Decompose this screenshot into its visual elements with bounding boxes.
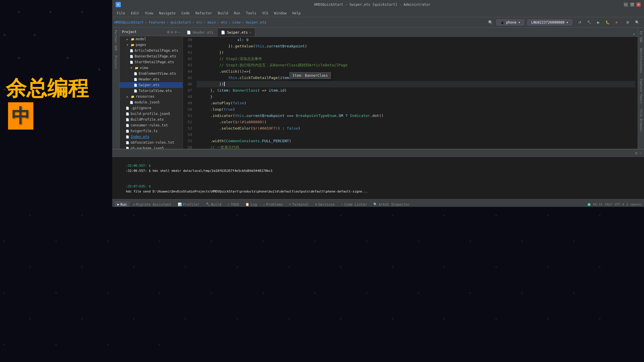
menu-vcs[interactable]: VCS	[260, 11, 271, 16]
tree-item-label: model	[136, 37, 146, 41]
file-icon: 📄	[125, 123, 129, 127]
menu-file[interactable]: File	[114, 11, 127, 16]
tab-swiper-ets[interactable]: 📄 Swiper.ets ✕	[217, 28, 255, 36]
menu-run[interactable]: Run	[232, 11, 242, 16]
tree-item-label: Header.ets	[139, 77, 159, 81]
settings-button[interactable]: ⚙	[624, 20, 632, 25]
tree-item-header-ets[interactable]: 📄 Header.ets	[120, 76, 183, 82]
tab-header-ets[interactable]: 📄 Header.ets	[183, 28, 217, 36]
breadcrumb-quickstart[interactable]: quickstart	[170, 20, 191, 24]
breadcrumb-features[interactable]: features	[149, 20, 165, 24]
refresh-button[interactable]: ↺	[576, 20, 584, 25]
notifications-panel[interactable]: Notifications	[638, 46, 644, 75]
menu-tools[interactable]: Tools	[244, 11, 259, 16]
tree-item-label: hvigorfile.ts	[131, 129, 158, 133]
tree-item-buildprofile-ets[interactable]: 📄 BuildProfile.ets	[120, 117, 183, 122]
tree-item-index-ets[interactable]: 📄 Index.ets	[120, 134, 183, 140]
tree-item-module-json[interactable]: 📄 module.json5	[120, 99, 183, 105]
tree-item-label: TutorialView.ets	[139, 89, 172, 93]
menu-code[interactable]: Code	[179, 11, 192, 16]
expand-arrow-icon: ▶	[125, 95, 129, 99]
menu-build[interactable]: Build	[215, 11, 230, 16]
terminal-area: ⚙ — :32:06:557: $ :32:06:557: $ hdc shel…	[112, 149, 644, 199]
search-button[interactable]: 🔍	[486, 20, 495, 25]
folder-icon: 📁	[131, 37, 135, 41]
tree-item-gitignore[interactable]: 📄 .gitignore	[120, 105, 183, 111]
tree-locate-icon[interactable]: ⊙	[174, 30, 177, 34]
breadcrumb-swiper-ets[interactable]: Swiper.ets	[246, 20, 266, 24]
panel-buttons: ⚙ 🔍	[624, 20, 642, 25]
services-tab-icon: ⚙	[315, 203, 317, 206]
feature-tours-panel[interactable]: Feature Tours	[638, 76, 644, 106]
stop-button[interactable]: ■	[613, 20, 620, 25]
menu-navigate[interactable]: Navigate	[157, 11, 178, 16]
partner-sdk-panel[interactable]: Partner SDK	[113, 28, 119, 53]
breadcrumb-ets[interactable]: ets	[221, 20, 227, 24]
terminal-minimize-icon[interactable]: —	[640, 151, 642, 155]
build-tab-label: Build	[211, 203, 221, 207]
tree-item-view-folder[interactable]: ▼ 📂 view	[120, 65, 183, 71]
tree-item-build-profile[interactable]: 📄 build-profile.json5	[120, 111, 183, 117]
tree-settings-icon[interactable]: ⚙	[167, 30, 169, 34]
device-selector[interactable]: 📱 phone ▾	[496, 20, 524, 25]
menu-view[interactable]: View	[143, 11, 156, 16]
bottom-background: + + + + + + + + + + + + + + + + + + + + …	[0, 207, 644, 362]
file-icon: 📄	[133, 72, 137, 76]
breadcrumb-project[interactable]: HMOSQuickStart	[114, 20, 144, 24]
file-icon: 📄	[133, 89, 137, 93]
close-button[interactable]: ✕	[637, 3, 641, 7]
file-icon: 📄	[133, 83, 137, 87]
tree-item-resources[interactable]: ▶ 📁 resources	[120, 94, 183, 99]
terminal-header: ⚙ —	[112, 149, 644, 157]
run-button[interactable]: ▶	[595, 20, 602, 25]
status-crlf: CRLF	[605, 203, 612, 206]
expand-arrow-icon: ▼	[129, 66, 133, 70]
tree-item-banner[interactable]: 📄 BannerDetailPage.ets	[120, 53, 183, 59]
action-buttons: ↺ 🔨 ▶ 🐛 ■	[576, 20, 620, 25]
folder-icon: 📂	[135, 66, 139, 70]
tree-item-consumer-rules[interactable]: 📄 consumer-rules.txt	[120, 122, 183, 128]
tree-item-tutorial[interactable]: 📄 TutorialView.ets	[120, 88, 183, 94]
tree-item-hvigorfile[interactable]: 📄 hvigorfile.ts	[120, 128, 183, 134]
todo-tab-icon: ☑	[228, 203, 230, 206]
tree-item-model[interactable]: ▶ 📁 model	[120, 36, 183, 42]
breadcrumb-view[interactable]: view	[232, 20, 240, 24]
menu-window[interactable]: Window	[272, 11, 289, 16]
tree-item-obfuscation[interactable]: 📄 obfuscation-rules.txt	[120, 140, 183, 145]
build-button[interactable]: 🔨	[585, 20, 594, 25]
tree-item-article[interactable]: 📄 ArticleDetailPage.ets	[120, 48, 183, 53]
tree-item-label: build-profile.json5	[131, 112, 170, 116]
tab-close-icon[interactable]: ✕	[250, 31, 251, 34]
restore-button[interactable]: ❐	[630, 3, 634, 7]
tooltip-text: Item: BannerClass	[293, 74, 328, 78]
code-line-49: .autoPlay(false)	[197, 100, 635, 106]
lang-label: LNG0223726000080	[531, 20, 565, 24]
tree-close-icon[interactable]: —	[178, 30, 180, 34]
tree-item-pages[interactable]: ▼ 📂 pages	[120, 42, 183, 48]
project-breadcrumb: HMOSQuickStart ▸ features ▸ quickstart ▸…	[114, 20, 266, 25]
project-panel-label[interactable]: Project	[113, 53, 119, 71]
terminal-tab-label: Terminal	[292, 203, 309, 207]
tree-item-enablement[interactable]: 📄 EnablementView.ets	[120, 71, 183, 76]
breadcrumb-src[interactable]: src	[196, 20, 202, 24]
search-everywhere-button[interactable]: 🔍	[633, 20, 642, 25]
menu-help[interactable]: Help	[290, 11, 303, 16]
tree-item-label: view	[140, 66, 148, 70]
menu-refactor[interactable]: Refactor	[193, 11, 214, 16]
tree-collapse-icon[interactable]: ⇅	[171, 30, 173, 34]
lang-selector[interactable]: LNG0223726000080 ▾	[528, 20, 572, 25]
terminal-line-1: :32:06:557: $ :32:06:557: $ hdc shell mk…	[114, 158, 642, 179]
minimize-button[interactable]: —	[624, 3, 628, 7]
tree-item-startdetail[interactable]: 📄 StartDetailPage.ets	[120, 59, 183, 65]
status-indicator	[588, 203, 591, 206]
file-browser-panel[interactable]: File Browser	[638, 107, 644, 134]
check-icon: ✓	[633, 32, 635, 36]
ki-sdk-panel[interactable]: KI SDK	[638, 29, 644, 45]
menu-edit[interactable]: Edit	[129, 11, 142, 16]
tree-item-label: pages	[136, 43, 146, 47]
tree-item-label: Index.ets	[131, 135, 149, 139]
terminal-settings-icon[interactable]: ⚙	[635, 151, 637, 155]
tree-item-swiper-ets[interactable]: 📄 Swiper.ets	[120, 82, 183, 88]
breadcrumb-main[interactable]: main	[207, 20, 216, 24]
debug-button[interactable]: 🐛	[603, 20, 612, 25]
